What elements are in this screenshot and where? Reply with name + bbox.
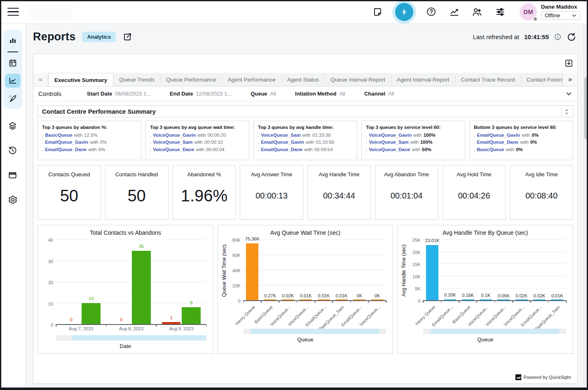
filter-initiation-method[interactable]: Intiation Method All	[295, 91, 345, 97]
queue-link[interactable]: EmailQueue_Gavin	[477, 132, 520, 139]
history-icon	[8, 146, 17, 155]
tab-agent-status[interactable]: Agent Status	[281, 73, 325, 86]
bar-value-label: 0K	[375, 293, 380, 298]
chart-scrollbar[interactable]	[423, 329, 566, 334]
filter-queue[interactable]: Queue All	[251, 91, 276, 97]
note-icon[interactable]	[372, 7, 383, 17]
tab-queue-trends[interactable]: Queue Trends	[113, 73, 160, 86]
bar[interactable]	[264, 299, 276, 300]
queue-link[interactable]: EmailQueue_Gavin	[261, 139, 304, 146]
controls-collapse-button[interactable]	[565, 90, 572, 97]
bar[interactable]	[480, 299, 492, 300]
tab-queue-performance[interactable]: Queue Performance	[160, 73, 222, 86]
queue-link[interactable]: EmailQueue_Dane	[261, 146, 302, 153]
filter-channel[interactable]: Channel All	[364, 91, 394, 97]
chart-scrollbar-thumb[interactable]	[73, 335, 206, 341]
sidebar-item-settings[interactable]	[5, 193, 21, 207]
queue-link[interactable]: BasicQueue	[45, 132, 72, 139]
quick-actions-button[interactable]	[395, 3, 413, 21]
refresh-icon[interactable]	[567, 32, 576, 42]
summary-value: 01:10:50	[316, 139, 334, 146]
queue-link[interactable]: EmailQueue_Dane	[45, 146, 87, 153]
bar[interactable]	[182, 307, 201, 324]
bar[interactable]	[515, 299, 528, 300]
queue-link[interactable]: VoiceQueue_Sam	[153, 139, 192, 146]
bullet: .	[258, 132, 259, 139]
y-tick-label: 5K	[415, 286, 420, 291]
bar[interactable]	[371, 299, 384, 300]
kpi-label: Contacts Queued	[38, 171, 101, 177]
download-button[interactable]	[565, 59, 573, 68]
summary-expand-control[interactable]: ▲ ▼	[562, 107, 572, 116]
sidebar-item-dashboard[interactable]	[5, 34, 21, 48]
tabs-scroll-left-button[interactable]: «	[33, 73, 48, 86]
metrics-icon[interactable]	[449, 7, 459, 17]
tab-contact-forensics[interactable]: Contact Forensics	[521, 73, 562, 86]
bar[interactable]	[462, 299, 474, 300]
tab-agent-performance[interactable]: Agent Performance	[222, 73, 281, 86]
sidebar-item-schedule[interactable]	[5, 56, 21, 70]
y-tick-label: 10	[48, 301, 53, 306]
y-tick-label: 20K	[412, 250, 421, 255]
chart-scrollbar-thumb[interactable]	[431, 329, 559, 334]
queue-link[interactable]: VoiceQueue_Gavin	[153, 132, 196, 139]
vertical-scrollbar-thumb[interactable]	[584, 77, 588, 139]
preferences-sliders-icon[interactable]	[495, 7, 506, 17]
filter-end-date[interactable]: End Date 12/08/2023 1...	[170, 91, 232, 97]
queue-link[interactable]: EmailQueue_Dane	[477, 139, 518, 146]
bar[interactable]	[353, 299, 365, 300]
tab-queue-interval-report[interactable]: Queue Interval Report	[325, 73, 391, 86]
queue-link[interactable]: VoiceQueue_Gavin	[369, 132, 412, 139]
status-dropdown[interactable]: Offline	[541, 11, 581, 20]
chart-card-avg-queue-wait-time: Avg Queue Wait Time (sec) Queue Wait Tim…	[218, 225, 394, 354]
bar[interactable]	[497, 299, 510, 300]
hamburger-menu-icon[interactable]	[7, 8, 19, 16]
vertical-scrollbar[interactable]	[583, 24, 588, 390]
last-refreshed-time: 10:41:55	[524, 33, 549, 40]
bar[interactable]	[335, 299, 348, 300]
help-icon[interactable]	[426, 7, 436, 17]
bar[interactable]	[533, 299, 546, 300]
sidebar-item-flows[interactable]	[5, 119, 21, 133]
bar[interactable]	[246, 243, 258, 300]
filter-start-date[interactable]: Start Date 06/08/2023 1...	[87, 91, 151, 97]
bar[interactable]	[444, 299, 456, 300]
chart-scrollbar[interactable]	[56, 335, 206, 341]
sidebar-item-history[interactable]	[5, 143, 21, 157]
open-external-button[interactable]	[122, 32, 132, 42]
bar[interactable]	[318, 299, 330, 300]
chart-scrollbar[interactable]	[244, 329, 387, 334]
sidebar-item-design[interactable]	[5, 91, 21, 105]
queue-link[interactable]: VoiceQueue_Dane	[369, 146, 410, 153]
sidebar-item-workspace[interactable]	[5, 168, 21, 182]
avatar[interactable]: DM	[520, 3, 537, 21]
filter-label: Intiation Method	[295, 91, 336, 97]
queue-link[interactable]: BasicQueue	[477, 146, 504, 153]
bar[interactable]	[282, 299, 294, 300]
queue-link[interactable]: EmailQueue_Gavin	[45, 139, 88, 146]
bar[interactable]	[132, 251, 151, 325]
tabs-scroll-right-button[interactable]: »	[562, 73, 577, 86]
chart-title: Avg Handle Time By Queue (sec)	[398, 229, 573, 236]
queue-link[interactable]: VoiceQueue_Sam	[369, 139, 408, 146]
users-icon[interactable]	[472, 7, 483, 17]
queue-link[interactable]: VoiceQueue_Dane	[153, 146, 194, 153]
queue-link[interactable]: VoiceQueue_Sam	[261, 132, 300, 139]
bar-value-label: 8	[190, 300, 192, 305]
summary-item: .VoiceQueue_Gavinwith00:00:20	[150, 132, 245, 139]
bar[interactable]	[551, 299, 563, 300]
sidebar-item-reports[interactable]	[5, 74, 21, 88]
bar[interactable]	[426, 245, 438, 300]
tab-executive-summary[interactable]: Executive Summary	[48, 73, 113, 86]
summary-item: .BasicQueuewith12.5%	[42, 132, 137, 139]
bar[interactable]	[82, 303, 101, 324]
x-tick-label: Henry Queue	[234, 304, 256, 326]
bar[interactable]	[300, 299, 312, 300]
bullet: .	[366, 132, 367, 139]
tab-agent-interval-report[interactable]: Agent Interval Report	[391, 73, 455, 86]
chart-scrollbar-thumb[interactable]	[251, 329, 379, 334]
bar-group: 035	[106, 240, 157, 324]
bar[interactable]	[162, 322, 181, 324]
info-icon[interactable]	[554, 33, 562, 41]
tab-contact-trace-record[interactable]: Contact Trace Record	[455, 73, 521, 86]
